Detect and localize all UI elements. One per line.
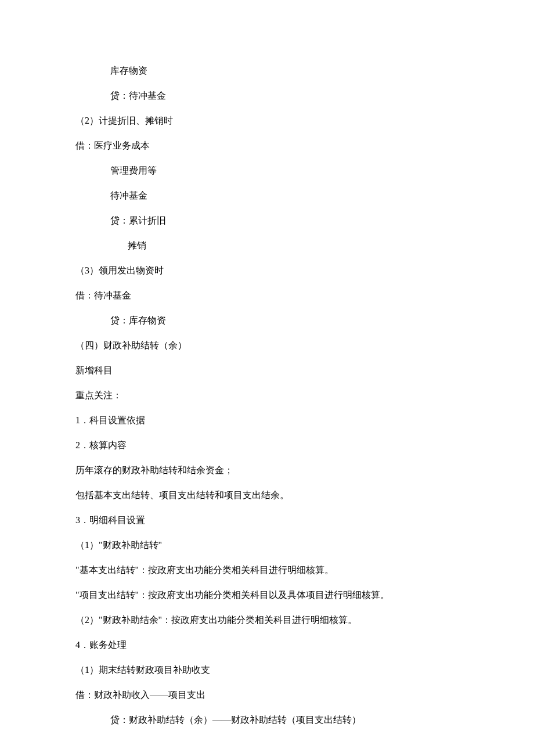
text-line: 贷：待冲基金 xyxy=(75,89,459,103)
text-line: 1．科目设置依据 xyxy=(75,413,459,427)
text-line: 管理费用等 xyxy=(75,164,459,178)
text-line: 库存物资 xyxy=(75,64,459,78)
text-line: （3）领用发出物资时 xyxy=(75,264,459,278)
text-line: 借：待冲基金 xyxy=(75,289,459,303)
text-line: 历年滚存的财政补助结转和结余资金； xyxy=(75,463,459,477)
text-line: （2）计提折旧、摊销时 xyxy=(75,114,459,128)
text-line: 摊销 xyxy=(75,239,459,253)
text-line: （1）期末结转财政项目补助收支 xyxy=(75,663,459,677)
text-line: "基本支出结转"：按政府支出功能分类相关科目进行明细核算。 xyxy=(75,563,459,577)
text-line: （四）财政补助结转（余） xyxy=(75,339,459,352)
text-line: 贷：累计折旧 xyxy=(75,214,459,228)
text-line: （2）"财政补助结余"：按政府支出功能分类相关科目进行明细核算。 xyxy=(75,613,459,627)
text-line: （1）"财政补助结转" xyxy=(75,538,459,552)
text-line: 4．账务处理 xyxy=(75,638,459,652)
document-body: 库存物资贷：待冲基金（2）计提折旧、摊销时借：医疗业务成本管理费用等待冲基金贷：… xyxy=(75,64,459,727)
text-line: 待冲基金 xyxy=(75,189,459,203)
text-line: 新增科目 xyxy=(75,363,459,377)
text-line: 2．核算内容 xyxy=(75,438,459,452)
text-line: 借：财政补助收入——项目支出 xyxy=(75,688,459,702)
text-line: 贷：库存物资 xyxy=(75,314,459,327)
text-line: 贷：财政补助结转（余）——财政补助结转（项目支出结转） xyxy=(75,713,459,727)
text-line: 借：医疗业务成本 xyxy=(75,139,459,153)
text-line: 重点关注： xyxy=(75,388,459,402)
text-line: 3．明细科目设置 xyxy=(75,513,459,527)
text-line: 包括基本支出结转、项目支出结转和项目支出结余。 xyxy=(75,488,459,502)
text-line: "项目支出结转"：按政府支出功能分类相关科目以及具体项目进行明细核算。 xyxy=(75,588,459,602)
